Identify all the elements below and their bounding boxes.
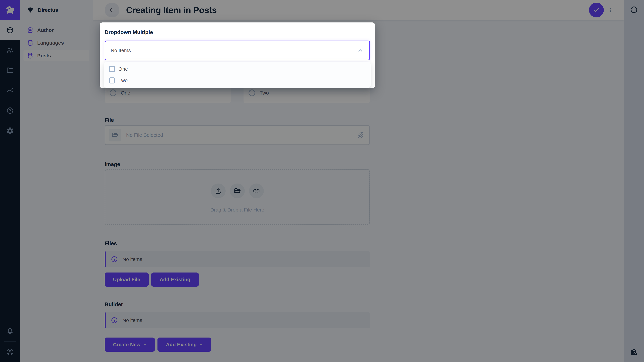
field-label-dropdown-multiple: Dropdown Multiple [105,29,153,35]
dropdown-multiple-select[interactable]: No Items [105,40,370,60]
menu-option-label: One [118,66,128,72]
select-value: No Items [111,48,131,53]
dropdown-multiple-popover: Dropdown Multiple No Items One Two [100,22,375,88]
menu-option-label: Two [118,78,128,83]
app: Directus Author [0,0,644,362]
checkbox-icon [109,66,115,72]
dropdown-menu: One Two [104,62,371,88]
menu-option-two[interactable]: Two [104,75,371,86]
menu-option-one[interactable]: One [104,63,371,75]
chevron-up-icon [356,47,364,54]
checkbox-icon [109,77,115,83]
